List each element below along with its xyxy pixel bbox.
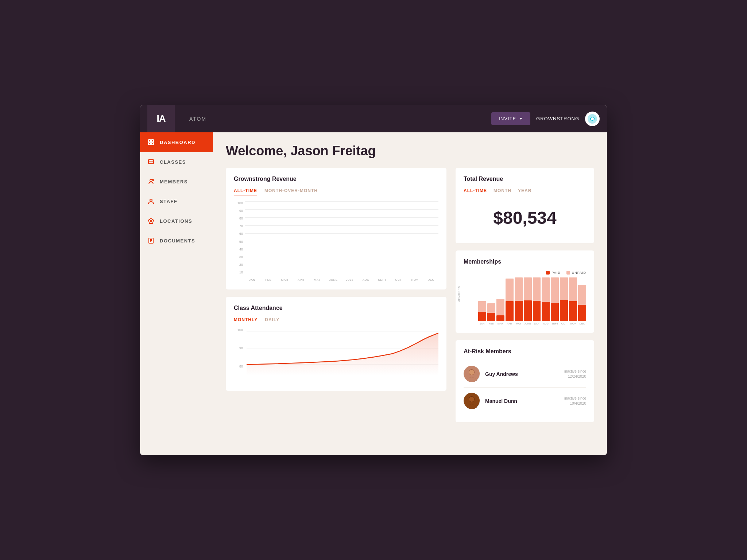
- bar-month-label: NOV: [411, 278, 418, 281]
- bar-month-label: MAY: [314, 278, 320, 281]
- bar-col: NOV: [407, 277, 422, 281]
- members-icon: [147, 178, 155, 185]
- sidebar-item-dashboard[interactable]: DASHBOARD: [140, 132, 213, 152]
- membership-y-axis-label: MEMBERS: [458, 286, 460, 303]
- bar-col: APR: [294, 277, 309, 281]
- membership-bar-col: DEC: [578, 277, 586, 325]
- memberships-legend: PAID UNPAID: [464, 271, 586, 275]
- paid-bar: [569, 301, 577, 321]
- bar-month-label: FEB: [265, 278, 271, 281]
- tab-daily[interactable]: DAILY: [265, 317, 279, 322]
- bar-col: OCT: [391, 277, 406, 281]
- paid-bar: [551, 303, 559, 321]
- paid-bar: [506, 301, 514, 321]
- sidebar-item-label: MEMBERS: [160, 179, 188, 184]
- sidebar-item-staff[interactable]: STAFF: [140, 191, 213, 211]
- sidebar-item-classes[interactable]: CLASSES: [140, 152, 213, 172]
- revenue-tab-all-time[interactable]: ALL-TIME: [464, 188, 487, 193]
- attendance-tabs: MONTHLY DAILY: [234, 317, 438, 322]
- memberships-title: Memberships: [464, 258, 586, 265]
- membership-bar-col: MAR: [496, 277, 504, 325]
- paid-bar: [487, 313, 495, 321]
- unpaid-bar: [515, 277, 523, 301]
- documents-icon: [147, 237, 155, 244]
- y-axis: 10 20 30 40 50 60 70 80 90 100: [234, 201, 245, 281]
- svg-point-11: [152, 179, 154, 181]
- unpaid-bar: [542, 277, 550, 302]
- paid-bar: [515, 301, 523, 321]
- unpaid-bar: [560, 277, 568, 300]
- svg-rect-3: [151, 140, 154, 142]
- paid-bar: [542, 302, 550, 321]
- invite-button[interactable]: INVITE ▼: [491, 112, 530, 125]
- memberships-card: Memberships PAID UNPAID: [456, 250, 594, 333]
- at-risk-members-card: At-Risk Members: [456, 340, 594, 422]
- paid-bar: [578, 305, 586, 322]
- membership-month-label: MAY: [516, 322, 521, 325]
- tab-monthly[interactable]: MONTHLY: [234, 317, 258, 322]
- sidebar-item-locations[interactable]: LOCATIONS: [140, 211, 213, 231]
- at-risk-member-2: Manuel Dunn inactive since 10/4/2020: [464, 388, 586, 414]
- org-name: GROWNSTRONG: [536, 116, 579, 121]
- paid-bar: [524, 300, 532, 321]
- membership-month-label: NOV: [570, 322, 576, 325]
- membership-month-label: OCT: [561, 322, 567, 325]
- revenue-chart-card: Grownstrong Revenue ALL-TIME MONTH-OVER-…: [226, 168, 446, 289]
- bar-col: FEB: [261, 277, 276, 281]
- tab-all-time[interactable]: ALL-TIME: [234, 188, 257, 195]
- unpaid-bar: [496, 299, 504, 316]
- sidebar-item-documents[interactable]: DOCUMENTS: [140, 231, 213, 250]
- unpaid-bar: [524, 277, 532, 300]
- sidebar-item-label: STAFF: [160, 199, 177, 204]
- svg-point-12: [150, 199, 152, 201]
- bar-month-label: JULY: [346, 278, 353, 281]
- sidebar-item-members[interactable]: MEMBERS: [140, 172, 213, 191]
- bar-month-label: AUG: [363, 278, 369, 281]
- bar-col: JULY: [342, 277, 357, 281]
- line-y-axis: 80 90 100: [234, 328, 245, 376]
- bar-col: JAN: [245, 277, 260, 281]
- bars-wrapper: JANFEBMARAPRMAYJUNEJULYAUGSEPTOCTNOVDEC: [245, 209, 438, 281]
- chevron-down-icon: ▼: [519, 117, 523, 121]
- membership-month-label: JULY: [534, 322, 540, 325]
- membership-bar-col: AUG: [542, 277, 550, 325]
- bar-col: MAY: [310, 277, 325, 281]
- svg-point-1: [591, 117, 594, 120]
- app-name: ATOM: [189, 116, 206, 122]
- unpaid-bar: [569, 277, 577, 301]
- svg-point-30: [469, 397, 474, 402]
- sidebar-item-label: LOCATIONS: [160, 218, 192, 224]
- revenue-tabs: ALL-TIME MONTH YEAR: [464, 188, 586, 193]
- app-window: IA ATOM INVITE ▼ GROWNSTRONG: [140, 105, 607, 455]
- paid-bar: [533, 301, 541, 321]
- content-area: Welcome, Jason Freitag Grownstrong Reven…: [213, 132, 607, 455]
- membership-month-label: SEPT: [551, 322, 558, 325]
- logo-text: IA: [157, 113, 166, 124]
- org-avatar: [585, 112, 600, 126]
- svg-rect-5: [151, 143, 154, 145]
- logo-box: IA: [147, 105, 175, 132]
- bar-col: DEC: [423, 277, 438, 281]
- membership-bar-col: MAY: [515, 277, 523, 325]
- membership-bar-col: NOV: [569, 277, 577, 325]
- svg-rect-2: [148, 140, 151, 142]
- bar-month-label: SEPT: [378, 278, 386, 281]
- revenue-tab-year[interactable]: YEAR: [518, 188, 531, 193]
- membership-bar-col: SEPT: [551, 277, 559, 325]
- sidebar-item-label: DOCUMENTS: [160, 238, 195, 244]
- class-attendance-card: Class Attendance MONTHLY DAILY 80 90 100: [226, 297, 446, 391]
- unpaid-bar: [533, 277, 541, 301]
- svg-point-25: [469, 370, 474, 375]
- classes-icon: [147, 159, 155, 165]
- sidebar-item-label: CLASSES: [160, 159, 186, 165]
- legend-unpaid: UNPAID: [566, 271, 586, 275]
- tab-month-over-month[interactable]: MONTH-OVER-MONTH: [264, 188, 318, 195]
- membership-bar-col: JAN: [478, 277, 486, 325]
- bar-month-label: JAN: [249, 278, 255, 281]
- total-revenue-title: Total Revenue: [464, 176, 586, 182]
- revenue-tab-month[interactable]: MONTH: [494, 188, 511, 193]
- paid-dot: [546, 271, 550, 275]
- bar-month-label: DEC: [427, 278, 434, 281]
- revenue-amount: $80,534: [464, 201, 586, 235]
- org-logo-icon: [587, 113, 598, 124]
